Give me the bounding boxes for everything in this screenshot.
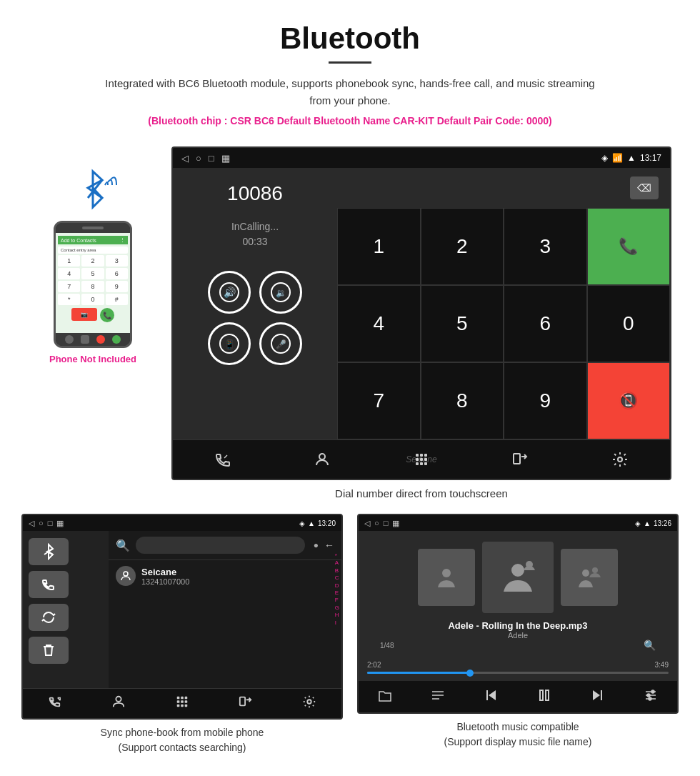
pb-recent-icon[interactable]: □ bbox=[48, 519, 53, 528]
back-nav-icon[interactable]: ◁ bbox=[181, 153, 189, 164]
status-left: ◁ ○ □ ▦ bbox=[181, 153, 230, 164]
phone-key-6[interactable]: 6 bbox=[106, 268, 128, 279]
dialkey-6[interactable]: 6 bbox=[504, 285, 587, 362]
pb-notif-icon: ▦ bbox=[56, 519, 64, 528]
music-play-pause-icon[interactable] bbox=[537, 688, 551, 706]
pb-search-input[interactable] bbox=[136, 537, 305, 554]
dialkey-2[interactable]: 2 bbox=[421, 208, 504, 285]
phone-key-1[interactable]: 1 bbox=[58, 255, 80, 267]
music-prev-icon[interactable] bbox=[484, 688, 499, 706]
music-back-icon[interactable]: ◁ bbox=[364, 519, 370, 528]
dialkey-4[interactable]: 4 bbox=[337, 285, 421, 362]
pb-nav-calls[interactable] bbox=[48, 695, 62, 712]
dialkey-0-mid[interactable]: 0 bbox=[587, 285, 671, 362]
volume-up-btn[interactable]: 🔊 bbox=[208, 271, 251, 314]
dialkey-5[interactable]: 5 bbox=[421, 285, 504, 362]
dialkey-1[interactable]: 1 bbox=[337, 208, 421, 285]
song-title: Adele - Rolling In the Deep.mp3 bbox=[366, 620, 670, 631]
dialkey-call-red[interactable]: 📵 bbox=[587, 362, 671, 439]
music-next-icon[interactable] bbox=[590, 688, 604, 706]
music-folder-icon[interactable] bbox=[378, 688, 392, 706]
bluetooth-icon-area bbox=[75, 168, 111, 214]
phonebook-status-bar: ◁ ○ □ ▦ ◈ ▲ 13:20 bbox=[23, 515, 341, 531]
dialkey-call-green[interactable]: 📞 bbox=[587, 208, 671, 285]
volume-down-btn[interactable]: 🔉 bbox=[259, 271, 302, 314]
phone-back-btn[interactable] bbox=[65, 335, 74, 344]
nav-contacts-icon[interactable] bbox=[301, 445, 344, 474]
dialkey-9[interactable]: 9 bbox=[504, 362, 587, 439]
music-albums bbox=[359, 531, 677, 620]
svg-point-48 bbox=[647, 694, 650, 697]
pb-nav-settings[interactable] bbox=[302, 695, 316, 712]
music-eq-icon[interactable] bbox=[644, 688, 658, 706]
dialkey-3[interactable]: 3 bbox=[504, 208, 587, 285]
phone-key-8[interactable]: 8 bbox=[81, 281, 104, 292]
phone-key-0[interactable]: 0 bbox=[81, 294, 104, 305]
phone-key-star[interactable]: * bbox=[58, 294, 80, 305]
call-status-text: InCalling... 00:33 bbox=[231, 219, 279, 249]
pb-nav-transfer[interactable] bbox=[239, 695, 253, 712]
music-signal-icon: ▲ bbox=[644, 519, 651, 527]
phone-screen-top: Add to Contacts ⋮ bbox=[58, 236, 128, 244]
title-underline bbox=[329, 61, 371, 64]
dialkey-7[interactable]: 7 bbox=[337, 362, 421, 439]
svg-rect-24 bbox=[185, 697, 188, 700]
phone-key-9[interactable]: 9 bbox=[106, 281, 128, 292]
phone-menu-btn[interactable] bbox=[96, 335, 105, 344]
time-total: 3:49 bbox=[655, 661, 669, 669]
pb-back-icon[interactable]: ◁ bbox=[29, 519, 34, 528]
phone-home-btn[interactable] bbox=[81, 335, 89, 344]
dialkey-8[interactable]: 8 bbox=[421, 362, 504, 439]
svg-rect-44 bbox=[546, 690, 549, 700]
music-progress: 2:02 3:49 bbox=[359, 657, 677, 681]
phonebook-caption: Sync phone-book from mobile phone (Suppo… bbox=[101, 725, 264, 755]
music-home-icon[interactable]: ○ bbox=[374, 519, 379, 528]
phonebook-body: 🔍 ● ← Seicane bbox=[23, 531, 341, 688]
music-body: Adele - Rolling In the Deep.mp3 Adele 1/… bbox=[359, 531, 677, 712]
nav-settings-icon[interactable] bbox=[599, 445, 641, 474]
phone-key-7[interactable]: 7 bbox=[58, 281, 80, 292]
music-playlist-icon[interactable] bbox=[431, 688, 445, 706]
page-header: Bluetooth Integrated with BC6 Bluetooth … bbox=[0, 0, 700, 146]
pb-nav-dialpad[interactable] bbox=[175, 695, 189, 712]
pb-status-right: ◈ ▲ 13:20 bbox=[299, 519, 336, 527]
pb-bluetooth-btn[interactable] bbox=[29, 538, 69, 565]
music-screen: ◁ ○ □ ▦ ◈ ▲ 13:26 bbox=[357, 514, 679, 714]
pb-contact-item[interactable]: Seicane 13241007000 bbox=[109, 560, 341, 592]
home-nav-icon[interactable]: ○ bbox=[196, 153, 201, 164]
svg-rect-18 bbox=[514, 454, 520, 464]
svg-marker-45 bbox=[593, 690, 600, 700]
phone-key-4[interactable]: 4 bbox=[58, 268, 80, 279]
music-search-icon[interactable]: 🔍 bbox=[644, 640, 656, 651]
backspace-button[interactable]: ⌫ bbox=[630, 176, 659, 199]
nav-transfer-icon[interactable] bbox=[499, 445, 542, 474]
main-screen-wrapper: ◁ ○ □ ▦ ◈ 📶 ▲ 13:17 10086 InC bbox=[164, 146, 679, 499]
phone-key-5[interactable]: 5 bbox=[81, 268, 104, 279]
android-dialer-screen: ◁ ○ □ ▦ ◈ 📶 ▲ 13:17 10086 InC bbox=[171, 146, 671, 480]
location-icon: ◈ bbox=[601, 153, 608, 163]
music-controls bbox=[359, 681, 677, 712]
phone-end-call-btn[interactable]: 📷 bbox=[71, 308, 97, 321]
pb-sync-btn[interactable] bbox=[29, 604, 69, 631]
music-status-right: ◈ ▲ 13:26 bbox=[635, 519, 671, 527]
music-recent-icon[interactable]: □ bbox=[384, 519, 389, 528]
phone-dialpad: 1 2 3 4 5 6 7 8 9 * 0 # bbox=[58, 255, 128, 305]
pb-nav-contacts[interactable] bbox=[111, 695, 126, 712]
mute-btn[interactable]: 🎤 bbox=[259, 322, 302, 365]
nav-calls-icon[interactable] bbox=[201, 445, 244, 474]
phone-recent-btn[interactable] bbox=[112, 335, 121, 344]
phone-speaker bbox=[82, 227, 104, 229]
pb-backspace-icon[interactable]: ← bbox=[324, 539, 334, 551]
phone-key-hash[interactable]: # bbox=[106, 294, 128, 305]
pb-home-icon[interactable]: ○ bbox=[39, 519, 44, 528]
phone-key-2[interactable]: 2 bbox=[81, 255, 104, 267]
transfer-call-btn[interactable]: 📱 bbox=[208, 322, 251, 365]
pb-call-btn[interactable] bbox=[29, 571, 69, 598]
recent-nav-icon[interactable]: □ bbox=[209, 153, 214, 164]
progress-dot[interactable] bbox=[466, 670, 474, 677]
progress-bar-bg[interactable] bbox=[367, 672, 669, 674]
phone-key-3[interactable]: 3 bbox=[106, 255, 128, 267]
phone-side: Add to Contacts ⋮ Contact entry area 1 2… bbox=[21, 146, 164, 364]
pb-delete-btn[interactable] bbox=[29, 637, 69, 664]
phone-call-btn[interactable]: 📞 bbox=[100, 308, 114, 322]
